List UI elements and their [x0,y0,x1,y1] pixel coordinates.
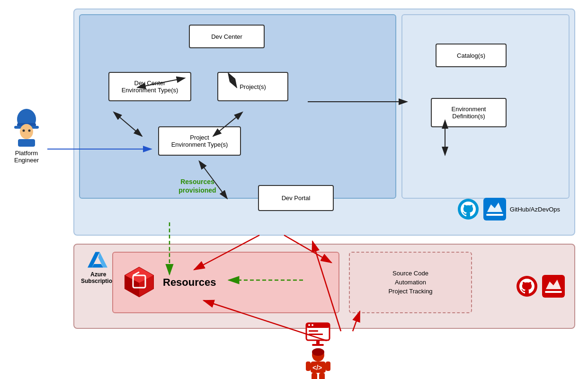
svg-marker-8 [92,264,103,268]
azure-top-inner-box: Dev Center Dev CenterEnvironment Type(s)… [79,14,396,199]
diagram-container: AzureSubscription Dev Center Dev CenterE… [0,0,588,379]
svg-rect-25 [18,139,35,147]
project-env-type-node: ProjectEnvironment Type(s) [158,126,241,156]
azure-bottom-logo: AzureSubscription [81,250,116,285]
svg-rect-40 [319,373,325,379]
svg-rect-37 [306,361,311,371]
projects-node: Project(s) [217,72,288,101]
github-azdevops-top-label: GitHub/AzDevOps [510,206,560,213]
svg-rect-30 [309,330,318,332]
dev-portal-node: Dev Portal [258,185,334,211]
resources-text: Resources [163,276,216,289]
azure-top-subscription: AzureSubscription Dev Center Dev CenterE… [73,9,575,236]
source-code-text: Source CodeAutomationProject Tracking [388,269,432,296]
platform-engineer-icon [9,109,44,147]
dev-center-env-type-node: Dev CenterEnvironment Type(s) [108,72,191,101]
svg-rect-33 [312,344,324,346]
resource-cube-icon [123,265,156,300]
platform-engineer-label: PlatformEngineer [14,150,39,164]
svg-point-35 [312,348,324,356]
resources-provisioned-label: Resourcesprovisioned [167,177,228,194]
github-azdevops-top: GitHub/AzDevOps [457,198,560,220]
catalogs-node: Catalog(s) [436,44,507,67]
platform-engineer-figure: PlatformEngineer [9,109,44,164]
azure-top-right-box: Catalog(s) EnvironmentDefinition(s) [401,14,570,199]
dev-center-node: Dev Center [189,25,265,48]
developer-figure: </> Developer [303,322,333,379]
resources-inner-box: Resources [112,252,339,313]
developer-person-icon: </> [304,347,332,379]
svg-rect-29 [312,324,313,326]
svg-point-22 [20,124,33,139]
svg-rect-28 [308,324,310,326]
svg-rect-5 [486,214,503,216]
svg-rect-38 [326,361,330,371]
source-code-box: Source CodeAutomationProject Tracking [349,252,472,313]
svg-rect-32 [316,340,320,344]
env-definitions-node: EnvironmentDefinition(s) [431,98,507,127]
azure-bottom-subscription: AzureSubscription Resources A [73,244,575,329]
github-azdevops-bottom [516,275,565,298]
svg-rect-18 [545,291,562,293]
svg-rect-31 [309,334,323,335]
azure-bottom-label: AzureSubscription [81,271,116,285]
svg-point-24 [28,130,31,132]
svg-point-23 [23,130,25,132]
svg-text:</>: </> [312,364,322,371]
svg-rect-39 [312,373,317,379]
developer-screen-icon [305,322,331,348]
